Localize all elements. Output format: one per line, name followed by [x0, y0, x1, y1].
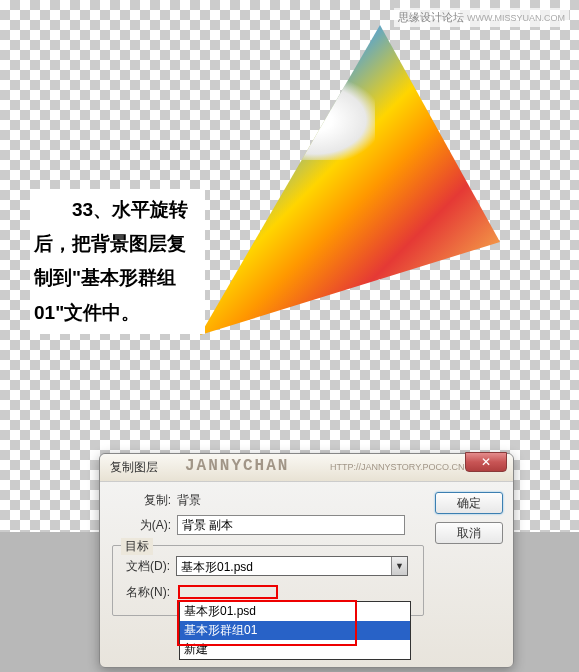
chevron-down-icon: ▼ — [391, 557, 407, 575]
close-icon: ✕ — [481, 455, 491, 469]
watermark-jannychan-url: HTTP://JANNYSTORY.POCO.CN — [330, 462, 465, 472]
target-legend: 目标 — [121, 538, 153, 555]
document-combobox[interactable]: 基本形01.psd ▼ — [176, 556, 408, 576]
instruction-text: 33、水平旋转后，把背景图层复制到"基本形群组01"文件中。 — [30, 189, 205, 334]
dialog-titlebar[interactable]: 复制图层 JANNYCHAN HTTP://JANNYSTORY.POCO.CN… — [100, 454, 513, 482]
document-row: 文档(D): 基本形01.psd ▼ — [121, 556, 415, 576]
document-label: 文档(D): — [121, 558, 176, 575]
dialog-body: 复制: 背景 为(A): 目标 文档(D): 基本形01.psd ▼ 名称(N)… — [100, 482, 513, 667]
image-highlight — [255, 80, 375, 160]
watermark-jannychan: JANNYCHAN — [185, 457, 289, 475]
close-button[interactable]: ✕ — [465, 452, 507, 472]
watermark-top: 思缘设计论坛 WWW.MISSYUAN.COM — [394, 8, 569, 27]
as-label: 为(A): — [112, 517, 177, 534]
duplicate-layer-dialog: 复制图层 JANNYCHAN HTTP://JANNYSTORY.POCO.CN… — [99, 453, 514, 668]
cancel-button-label: 取消 — [457, 525, 481, 542]
watermark-url: WWW.MISSYUAN.COM — [467, 13, 565, 23]
dropdown-option[interactable]: 基本形01.psd — [180, 602, 410, 621]
cancel-button[interactable]: 取消 — [435, 522, 503, 544]
watermark-forum: 思缘设计论坛 — [398, 11, 464, 23]
document-dropdown-list: 基本形01.psd 基本形群组01 新建 — [179, 601, 411, 660]
name-label: 名称(N): — [121, 584, 176, 601]
dropdown-option[interactable]: 新建 — [180, 640, 410, 659]
ok-button[interactable]: 确定 — [435, 492, 503, 514]
clipped-triangle-image — [200, 25, 500, 335]
dropdown-option-selected[interactable]: 基本形群组01 — [180, 621, 410, 640]
as-input[interactable] — [177, 515, 405, 535]
copy-label: 复制: — [112, 492, 177, 509]
ok-button-label: 确定 — [457, 495, 481, 512]
document-combo-text: 基本形01.psd — [177, 557, 391, 575]
copy-value: 背景 — [177, 492, 201, 509]
name-row: 名称(N): — [121, 584, 415, 601]
dialog-title: 复制图层 — [110, 459, 158, 476]
